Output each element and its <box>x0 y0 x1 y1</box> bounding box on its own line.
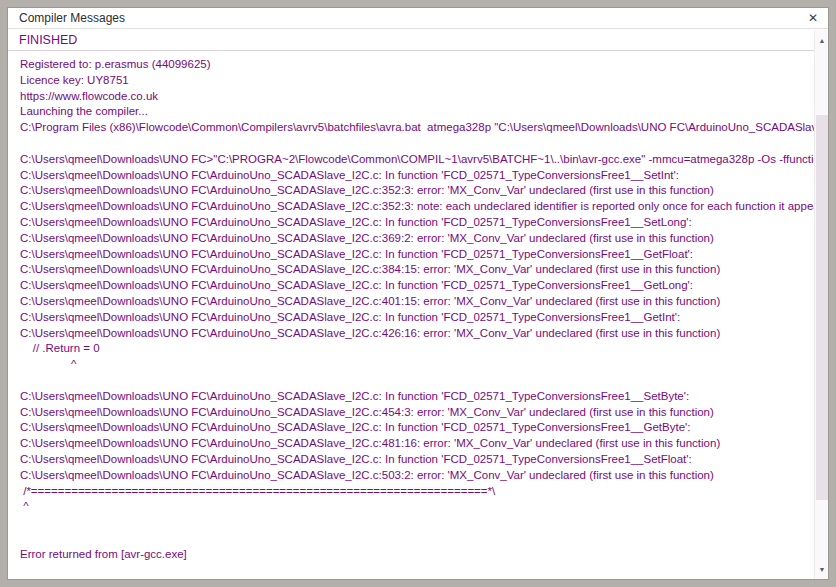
log-line <box>20 515 814 531</box>
log-line <box>20 136 814 152</box>
log-line: C:\Users\qmeel\Downloads\UNO FC\ArduinoU… <box>20 452 814 468</box>
log-line: Error returned from [avr-gcc.exe] <box>20 547 814 563</box>
compiler-messages-window: Compiler Messages ✕ FINISHED Registered … <box>7 7 829 580</box>
log-line: C:\Users\qmeel\Downloads\UNO FC\ArduinoU… <box>20 199 814 215</box>
log-line: C:\Users\qmeel\Downloads\UNO FC\ArduinoU… <box>20 436 814 452</box>
log-line: ^ <box>20 357 814 373</box>
log-line: C:\Users\qmeel\Downloads\UNO FC\ArduinoU… <box>20 278 814 294</box>
log-line: C:\Users\qmeel\Downloads\UNO FC\ArduinoU… <box>20 326 814 342</box>
log-line <box>20 531 814 547</box>
log-line: https://www.flowcode.co.uk <box>20 89 814 105</box>
log-line: Registered to: p.erasmus (44099625) <box>20 57 814 73</box>
log-line: // .Return = 0 <box>20 341 814 357</box>
titlebar: Compiler Messages ✕ <box>8 8 828 29</box>
window-title: Compiler Messages <box>8 11 125 25</box>
scroll-down-icon[interactable]: ▼ <box>815 562 829 577</box>
vertical-scrollbar[interactable]: ▲ ▼ <box>814 30 828 579</box>
log-line: ^ <box>20 499 814 515</box>
log-line: C:\Users\qmeel\Downloads\UNO FC\ArduinoU… <box>20 420 814 436</box>
status-bar: FINISHED <box>8 29 814 51</box>
log-line: C:\Users\qmeel\Downloads\UNO FC\ArduinoU… <box>20 405 814 421</box>
log-line: C:\Users\qmeel\Downloads\UNO FC\ArduinoU… <box>20 231 814 247</box>
close-icon[interactable]: ✕ <box>804 9 822 27</box>
log-line: Licence key: UY8751 <box>20 73 814 89</box>
log-line: Launching the compiler... <box>20 104 814 120</box>
log-line: C:\Users\qmeel\Downloads\UNO FC\ArduinoU… <box>20 294 814 310</box>
log-line: C:\Users\qmeel\Downloads\UNO FC\ArduinoU… <box>20 262 814 278</box>
log-line: C:\Users\qmeel\Downloads\UNO FC\ArduinoU… <box>20 389 814 405</box>
log-line: /*======================================… <box>20 484 814 500</box>
log-line: C:\Users\qmeel\Downloads\UNO FC\ArduinoU… <box>20 168 814 184</box>
log-line: C:\Users\qmeel\Downloads\UNO FC\ArduinoU… <box>20 247 814 263</box>
log-line: C:\Users\qmeel\Downloads\UNO FC\ArduinoU… <box>20 183 814 199</box>
log-line: C:\Users\qmeel\Downloads\UNO FC\ArduinoU… <box>20 310 814 326</box>
compiler-log-output[interactable]: Registered to: p.erasmus (44099625)Licen… <box>8 53 814 579</box>
log-line: C:\Users\qmeel\Downloads\UNO FC\ArduinoU… <box>20 215 814 231</box>
log-line: C:\Users\qmeel\Downloads\UNO FC>"C:\PROG… <box>20 152 814 168</box>
scroll-up-icon[interactable]: ▲ <box>815 33 829 48</box>
scrollbar-thumb[interactable] <box>816 115 828 500</box>
log-line: C:\Program Files (x86)\Flowcode\Common\C… <box>20 120 814 136</box>
log-line <box>20 373 814 389</box>
log-line: C:\Users\qmeel\Downloads\UNO FC\ArduinoU… <box>20 468 814 484</box>
status-text: FINISHED <box>8 33 77 47</box>
